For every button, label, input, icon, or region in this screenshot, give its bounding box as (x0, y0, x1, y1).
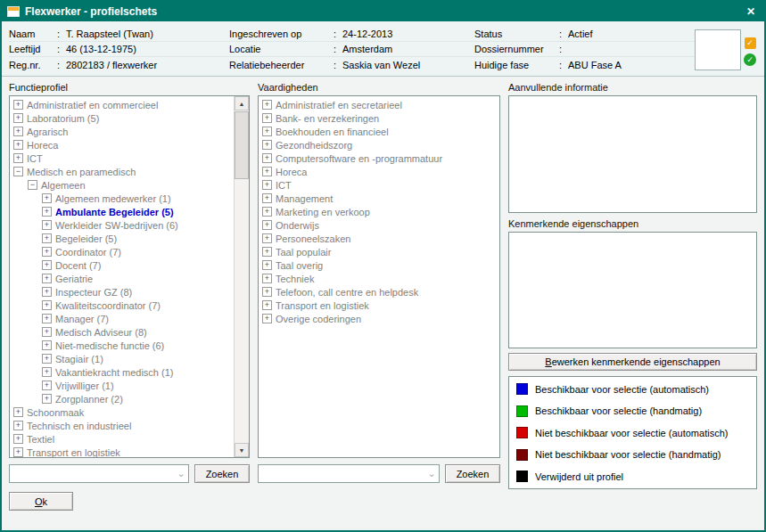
bewerken-kenmerkende-eigenschappen-button[interactable]: Bewerken kenmerkende eigenschappen (508, 353, 757, 371)
tree-toggle-icon[interactable]: − (28, 180, 37, 190)
tree-item-label[interactable]: Administratief en commercieel (27, 100, 158, 110)
tree-toggle-icon[interactable]: + (13, 421, 23, 430)
tree-item[interactable]: + Horeca (10, 138, 234, 151)
tree-item[interactable]: + Werkleider SW-bedrijven (6) (10, 218, 234, 232)
tree-toggle-icon[interactable]: + (262, 233, 272, 243)
tree-item[interactable]: + Ambulante Begeleider (5) (10, 205, 234, 218)
tree-toggle-icon[interactable]: + (13, 140, 23, 150)
tree-item-label[interactable]: Zorgplanner (2) (55, 394, 123, 405)
close-button[interactable]: ✕ (743, 5, 759, 18)
tree-toggle-icon[interactable]: + (42, 247, 52, 257)
tree-toggle-icon[interactable]: + (13, 127, 23, 136)
tree-item-label[interactable]: Docent (7) (55, 260, 101, 271)
tree-item-label[interactable]: Algemeen medewerker (1) (55, 193, 171, 204)
tree-item[interactable]: + Inspecteur GZ (8) (10, 285, 234, 299)
vaardigheden-search-combo[interactable]: ⌄ (258, 464, 440, 483)
tree-toggle-icon[interactable]: + (262, 167, 272, 176)
tree-toggle-icon[interactable]: + (13, 100, 23, 110)
tree-toggle-icon[interactable]: + (262, 260, 272, 270)
tree-item[interactable]: + Textiel (10, 432, 234, 446)
tree-item-label[interactable]: Medisch en paramedisch (27, 167, 136, 177)
tree-item[interactable]: + Niet-medische functie (6) (10, 339, 234, 352)
tree-item[interactable]: + Techniek (259, 272, 499, 285)
tree-toggle-icon[interactable]: + (42, 274, 52, 283)
tree-item-label[interactable]: Boekhouden en financieel (276, 127, 389, 137)
tree-item-label[interactable]: Medisch Adviseur (8) (55, 327, 147, 338)
tree-item-label[interactable]: Schoonmaak (27, 407, 84, 418)
tree-item[interactable]: + Docent (7) (10, 258, 234, 272)
tree-toggle-icon[interactable]: + (262, 153, 272, 163)
tree-item[interactable]: + Vrijwilliger (1) (10, 379, 234, 392)
tree-item[interactable]: + Kwaliteitscoordinator (7) (10, 299, 234, 312)
tree-item-label[interactable]: Agrarisch (27, 127, 68, 137)
tree-item-label[interactable]: Taal overig (276, 260, 323, 271)
vaardigheden-zoeken-button[interactable]: Zoeken (445, 464, 500, 483)
tree-toggle-icon[interactable]: + (262, 274, 272, 283)
functieprofiel-search-combo[interactable]: ⌄ (9, 464, 189, 483)
tree-item-label[interactable]: Vrijwilliger (1) (55, 381, 114, 391)
tree-item[interactable]: + Administratief en commercieel (10, 98, 234, 111)
tree-item-label[interactable]: Overige coderingen (276, 314, 361, 324)
tree-item-label[interactable]: Algemeen (41, 180, 86, 191)
tree-item[interactable]: + Personeelszaken (259, 232, 499, 245)
tree-toggle-icon[interactable]: + (13, 447, 23, 457)
tree-toggle-icon[interactable]: + (42, 314, 52, 323)
tree-toggle-icon[interactable]: + (262, 140, 272, 150)
tree-item-label[interactable]: Horeca (276, 167, 307, 177)
tree-item-label[interactable]: Bank- en verzekeringen (276, 113, 379, 124)
tree-item[interactable]: + Laboratorium (5) (10, 111, 234, 125)
tree-toggle-icon[interactable]: + (42, 260, 52, 270)
tree-item[interactable]: + Taal overig (259, 258, 499, 272)
tree-toggle-icon[interactable]: + (42, 300, 52, 310)
tree-item[interactable]: + Bank- en verzekeringen (259, 111, 499, 125)
tree-toggle-icon[interactable]: + (262, 287, 272, 297)
tree-item[interactable]: + ICT (10, 151, 234, 165)
tree-item[interactable]: + Manager (7) (10, 312, 234, 325)
tree-toggle-icon[interactable]: + (42, 340, 52, 350)
tree-toggle-icon[interactable]: + (262, 247, 272, 257)
tree-item-label[interactable]: Kwaliteitscoordinator (7) (55, 300, 161, 311)
tree-toggle-icon[interactable]: + (42, 354, 52, 364)
tree-item[interactable]: + Taal populair (259, 245, 499, 258)
tree-item-label[interactable]: Technisch en industrieel (27, 421, 131, 431)
tree-item[interactable]: + Horeca (259, 165, 499, 178)
tree-item-label[interactable]: Textiel (27, 434, 54, 445)
tree-item-label[interactable]: Marketing en verkoop (276, 207, 370, 217)
tree-item[interactable]: + Geriatrie (10, 272, 234, 285)
tree-item-label[interactable]: Inspecteur GZ (8) (55, 287, 132, 298)
tree-item-label[interactable]: Laboratorium (5) (27, 113, 99, 124)
tree-toggle-icon[interactable]: + (42, 220, 52, 230)
tree-item-label[interactable]: Transport en logistiek (27, 447, 120, 458)
tree-item[interactable]: + Telefoon, call centre en helpdesk (259, 285, 499, 299)
tree-item[interactable]: + Marketing en verkoop (259, 205, 499, 218)
tree-item-label[interactable]: Manager (7) (55, 314, 109, 324)
ok-button[interactable]: Ok (9, 492, 73, 511)
tree-item[interactable]: + Algemeen medewerker (1) (10, 192, 234, 205)
tree-toggle-icon[interactable]: + (42, 233, 52, 243)
tree-item-label[interactable]: Begeleider (5) (55, 233, 117, 244)
chevron-down-icon[interactable]: ⌄ (174, 468, 188, 479)
tree-toggle-icon[interactable]: + (42, 287, 52, 297)
tree-item-label[interactable]: Onderwijs (276, 220, 319, 231)
tree-item-label[interactable]: Telefoon, call centre en helpdesk (276, 287, 418, 298)
tree-item-label[interactable]: Transport en logistiek (276, 300, 369, 311)
tree-toggle-icon[interactable]: + (262, 314, 272, 323)
tree-toggle-icon[interactable]: + (262, 207, 272, 217)
tree-item-label[interactable]: Techniek (276, 274, 314, 284)
tree-toggle-icon[interactable]: + (42, 394, 52, 404)
tree-item-label[interactable]: Personeelszaken (276, 233, 350, 244)
scroll-down-button[interactable]: ▼ (235, 443, 249, 457)
tree-item[interactable]: + Technisch en industrieel (10, 419, 234, 432)
tree-item-label[interactable]: Administratief en secretarieel (276, 100, 402, 110)
tree-toggle-icon[interactable]: + (262, 220, 272, 230)
tree-toggle-icon[interactable]: + (42, 193, 52, 203)
tree-toggle-icon[interactable]: + (13, 113, 23, 123)
tree-toggle-icon[interactable]: + (42, 381, 52, 390)
tree-item-label[interactable]: Werkleider SW-bedrijven (6) (55, 220, 178, 231)
tree-item-label[interactable]: ICT (27, 153, 43, 164)
tree-toggle-icon[interactable]: + (42, 327, 52, 337)
tree-toggle-icon[interactable]: + (13, 153, 23, 163)
tree-toggle-icon[interactable]: + (13, 434, 23, 444)
titlebar[interactable]: Flexwerker - profielschets ✕ (2, 2, 764, 21)
vaardigheden-search-input[interactable] (259, 465, 424, 482)
